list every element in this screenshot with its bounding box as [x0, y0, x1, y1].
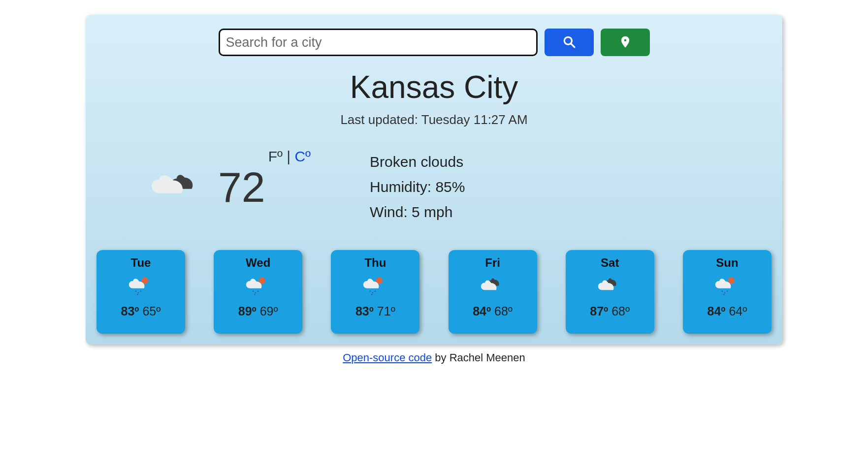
forecast-day-temps: 84º 68º — [473, 304, 513, 318]
footer-author: by Rachel Meenen — [432, 351, 525, 364]
current-details: Broken clouds Humidity: 85% Wind: 5 mph — [370, 149, 465, 224]
forecast-day-name: Sun — [716, 256, 738, 270]
temperature-value: 72 — [218, 163, 265, 211]
search-icon — [563, 35, 576, 50]
weather-description: Broken clouds — [370, 149, 465, 174]
search-button[interactable] — [545, 29, 594, 56]
humidity-value: 85% — [435, 179, 465, 195]
forecast-day-temps: 84º 64º — [707, 304, 747, 318]
svg-point-15 — [372, 292, 374, 294]
unit-c-link[interactable]: Cº — [294, 148, 311, 164]
search-row — [96, 29, 772, 56]
svg-point-17 — [371, 294, 373, 295]
forecast-low: 64º — [729, 304, 747, 318]
forecast-day-name: Tue — [131, 256, 151, 270]
svg-point-10 — [255, 292, 257, 294]
forecast-day: Sun84º 64º — [683, 250, 772, 334]
rain-sun-icon — [715, 276, 739, 297]
geolocate-button[interactable] — [601, 29, 650, 56]
forecast-low: 71º — [377, 304, 395, 318]
unit-f-label: Fº — [268, 148, 283, 164]
forecast-day-temps: 83º 65º — [121, 304, 161, 318]
city-name: Kansas City — [96, 69, 772, 105]
unit-toggle: Fº | Cº — [268, 148, 311, 164]
forecast-day-temps: 83º 71º — [355, 304, 395, 318]
forecast-day: Sat87º 68º — [566, 250, 654, 334]
last-updated: Last updated: Tuesday 11:27 AM — [96, 112, 772, 127]
rain-sun-icon — [363, 276, 387, 297]
last-updated-time: Tuesday 11:27 AM — [421, 112, 528, 127]
forecast-day-name: Sat — [601, 256, 619, 270]
forecast-low: 65º — [142, 304, 161, 318]
svg-point-16 — [375, 290, 376, 292]
svg-point-21 — [727, 290, 728, 292]
forecast-day: Thu83º 71º — [331, 250, 419, 334]
forecast-day-name: Thu — [364, 256, 386, 270]
forecast-high: 84º — [707, 304, 726, 318]
current-conditions: 72Fº | Cº Broken clouds Humidity: 85% Wi… — [96, 149, 772, 224]
forecast-day-name: Wed — [246, 256, 270, 270]
forecast-high: 83º — [121, 304, 139, 318]
svg-line-1 — [571, 43, 575, 47]
forecast-low: 68º — [494, 304, 513, 318]
forecast-low: 68º — [611, 304, 630, 318]
humidity-row: Humidity: 85% — [370, 174, 465, 199]
svg-point-20 — [724, 292, 726, 294]
svg-point-2 — [624, 38, 627, 41]
svg-point-5 — [138, 292, 139, 294]
clouds-icon — [481, 276, 505, 297]
svg-point-7 — [137, 294, 138, 295]
weather-card: Kansas City Last updated: Tuesday 11:27 … — [86, 15, 782, 345]
unit-separator: | — [283, 148, 294, 164]
forecast-high: 84º — [473, 304, 491, 318]
svg-point-11 — [257, 290, 259, 292]
forecast-high: 87º — [590, 304, 608, 318]
forecast-day-temps: 87º 68º — [590, 304, 630, 318]
svg-point-4 — [135, 290, 137, 292]
forecast-day: Fri84º 68º — [449, 250, 537, 334]
clouds-icon — [598, 276, 622, 297]
forecast-day: Wed89º 69º — [214, 250, 302, 334]
forecast-high: 83º — [355, 304, 374, 318]
forecast-low: 69º — [260, 304, 278, 318]
forecast-day-temps: 89º 69º — [238, 304, 278, 318]
svg-point-6 — [140, 290, 142, 292]
forecast-strip: Tue83º 65ºWed89º 69ºThu83º 71ºFri84º 68º… — [96, 250, 772, 334]
footer-credit: Open-source code by Rachel Meenen — [0, 351, 868, 364]
forecast-day: Tue83º 65º — [96, 250, 185, 334]
svg-point-14 — [370, 290, 371, 292]
svg-point-12 — [254, 294, 256, 295]
broken-clouds-icon — [151, 167, 207, 207]
wind-row: Wind: 5 mph — [370, 199, 465, 224]
last-updated-prefix: Last updated: — [340, 112, 421, 127]
current-temp-block: 72Fº | Cº — [151, 166, 311, 208]
rain-sun-icon — [246, 276, 270, 297]
svg-point-9 — [253, 290, 254, 292]
forecast-day-name: Fri — [485, 256, 500, 270]
svg-point-22 — [723, 294, 725, 295]
rain-sun-icon — [129, 276, 153, 297]
open-source-link[interactable]: Open-source code — [343, 351, 432, 364]
current-temperature: 72Fº | Cº — [218, 166, 311, 208]
forecast-high: 89º — [238, 304, 257, 318]
city-search-input[interactable] — [219, 29, 538, 56]
location-pin-icon — [619, 35, 632, 50]
svg-point-19 — [722, 290, 723, 292]
wind-value: 5 mph — [412, 204, 452, 220]
